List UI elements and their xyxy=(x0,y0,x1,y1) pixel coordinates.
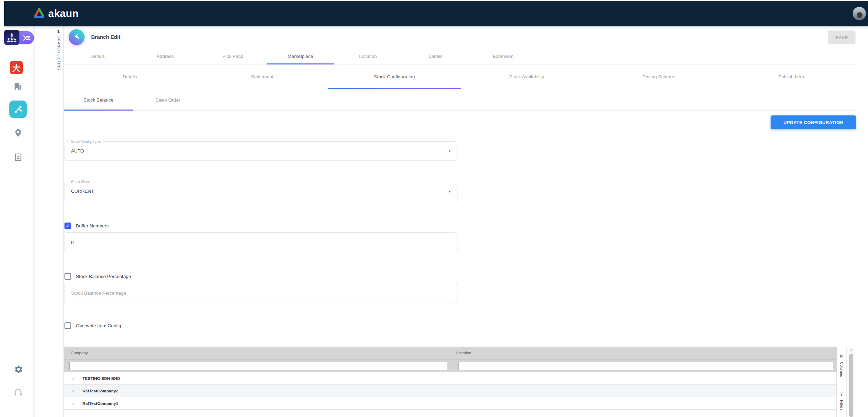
update-configuration-button[interactable]: UPDATE CONFIGURATION xyxy=(771,115,856,129)
buffer-numbers-checkbox[interactable]: ✓ xyxy=(64,223,71,229)
expand-menu-icon[interactable] xyxy=(17,31,34,44)
branch-listing-collapsed-panel[interactable]: 1 BRANCH LISTING xyxy=(53,26,64,417)
contact-book-icon[interactable] xyxy=(13,152,23,162)
branch-module-icon[interactable] xyxy=(9,101,27,118)
tab-location[interactable]: Location xyxy=(334,49,402,64)
overwrite-item-config-row: ✓ Overwrite Item Config xyxy=(64,322,121,329)
tab-labels[interactable]: Labels xyxy=(402,49,469,64)
stock-balance-percentage-input[interactable] xyxy=(64,283,458,303)
dai-app-icon[interactable]: 大 xyxy=(10,61,23,74)
tab-settlement[interactable]: Settlement xyxy=(196,65,329,89)
expand-chevron-icon[interactable]: › xyxy=(72,375,77,381)
stock-configuration-sub-tabs: Stock Balance Sales Order xyxy=(64,89,857,111)
user-avatar[interactable] xyxy=(852,7,866,20)
overwrite-item-config-checkbox[interactable]: ✓ xyxy=(64,322,71,329)
dropdown-caret-icon: ▾ xyxy=(449,142,451,160)
filter-funnel-icon xyxy=(840,392,844,398)
save-button[interactable]: SAVE xyxy=(828,31,856,44)
marketplace-sub-tabs: Details Settlement Stock Configuration S… xyxy=(64,65,857,89)
stock-config-type-select[interactable]: Stock Config Type AUTO ▾ xyxy=(64,141,458,161)
tab-pricing-scheme[interactable]: Pricing Scheme xyxy=(593,65,725,89)
check-icon: ✓ xyxy=(66,223,70,228)
table-filter-row xyxy=(64,360,836,372)
back-button[interactable] xyxy=(69,29,85,45)
tab-sales-order[interactable]: Sales Order xyxy=(133,89,202,110)
app-root: akaun 大 xyxy=(0,0,868,417)
location-pin-icon[interactable] xyxy=(14,128,23,139)
stock-config-type-label: Stock Config Type xyxy=(69,139,103,144)
organization-app-icon[interactable] xyxy=(4,30,19,45)
company-filter-input[interactable] xyxy=(69,362,447,370)
akaun-logo[interactable]: akaun xyxy=(33,8,79,20)
company-location-table: Company Location › TESTING SDN BHD › Raf… xyxy=(64,347,836,410)
tab-address[interactable]: Address xyxy=(131,49,199,64)
akaun-triangle-icon xyxy=(33,8,45,20)
table-scrollbar[interactable]: ▲ xyxy=(848,347,854,417)
table-row[interactable]: › RafTestCompany2 xyxy=(64,385,836,397)
tab-stock-balance[interactable]: Stock Balance xyxy=(64,89,133,110)
company-cell: RafTestCompany2 xyxy=(83,389,118,393)
stock-balance-percentage-label: Stock Balance Percentage xyxy=(76,274,131,279)
tab-stock-availability[interactable]: Stock Availability xyxy=(461,65,593,89)
branch-listing-label: BRANCH LISTING xyxy=(57,36,61,70)
settings-gear-icon[interactable] xyxy=(13,364,23,374)
dropdown-caret-icon: ▾ xyxy=(449,182,451,201)
table-row[interactable]: › RafTestCompany1 xyxy=(64,397,836,410)
tab-details[interactable]: Details xyxy=(64,49,131,64)
tab-publish-item[interactable]: Publish Item xyxy=(725,65,858,89)
overwrite-item-config-label: Overwrite Item Config xyxy=(76,323,121,328)
scrollbar-thumb[interactable] xyxy=(849,354,853,417)
tab-marketplace[interactable]: Marketplace xyxy=(267,49,334,64)
table-header-row: Company Location xyxy=(64,347,836,360)
company-building-icon[interactable] xyxy=(13,81,23,91)
back-arrow-icon xyxy=(73,33,81,42)
filters-panel-toggle[interactable]: Filters xyxy=(837,392,847,410)
tab-stock-configuration[interactable]: Stock Configuration xyxy=(328,65,461,89)
primary-tabs: Details Address Pick Pack Marketplace Lo… xyxy=(64,49,857,64)
filters-panel-label: Filters xyxy=(840,400,844,410)
columns-panel-toggle[interactable]: Columns xyxy=(837,354,847,377)
expand-chevron-icon[interactable]: › xyxy=(72,388,77,394)
brand-name: akaun xyxy=(48,8,79,19)
top-navigation-bar: akaun xyxy=(4,1,868,26)
company-column-header: Company xyxy=(71,351,88,355)
columns-icon xyxy=(840,354,844,360)
page-title: Branch Edit xyxy=(91,34,120,40)
table-body: › TESTING SDN BHD › RafTestCompany2 › Ra… xyxy=(64,372,836,410)
stock-balance-percentage-row: ✓ Stock Balance Percentage xyxy=(64,273,131,280)
table-row[interactable]: › TESTING SDN BHD xyxy=(64,372,836,385)
support-headset-icon[interactable] xyxy=(14,388,23,397)
buffer-numbers-label: Buffer Numbers xyxy=(76,223,108,228)
tab-mp-details[interactable]: Details xyxy=(64,65,196,89)
company-cell: RafTestCompany1 xyxy=(83,401,118,406)
branch-listing-count: 1 xyxy=(53,29,63,34)
buffer-numbers-row: ✓ Buffer Numbers xyxy=(64,223,108,229)
buffer-numbers-input[interactable] xyxy=(64,232,458,252)
tab-extension[interactable]: Extension xyxy=(469,49,537,64)
table-side-toolbar: Columns Filters xyxy=(836,347,847,417)
company-cell: TESTING SDN BHD xyxy=(83,376,120,381)
app-sidebar: 大 xyxy=(0,26,35,417)
scroll-up-arrow[interactable]: ▲ xyxy=(848,347,854,352)
tab-pick-pack[interactable]: Pick Pack xyxy=(199,49,267,64)
expand-chevron-icon[interactable]: › xyxy=(72,400,77,406)
stock-mode-value: CURRENT xyxy=(64,182,458,201)
stock-mode-select[interactable]: Stock Mode CURRENT ▾ xyxy=(64,182,458,201)
dai-glyph: 大 xyxy=(12,62,20,73)
location-column-header: Location xyxy=(456,351,471,355)
stock-config-type-value: AUTO xyxy=(64,142,458,160)
location-filter-input[interactable] xyxy=(458,362,833,370)
columns-panel-label: Columns xyxy=(840,362,844,377)
branch-edit-panel: Branch Edit SAVE Details Address Pick Pa… xyxy=(64,26,857,417)
stock-balance-percentage-checkbox[interactable]: ✓ xyxy=(64,273,71,280)
stock-mode-label: Stock Mode xyxy=(69,180,92,184)
